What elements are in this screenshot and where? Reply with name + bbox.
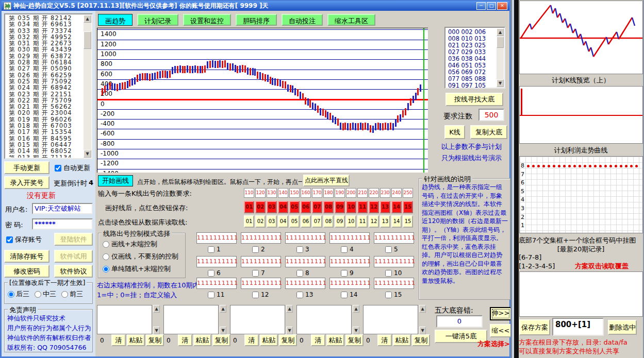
scroll-down-icon[interactable]: ▼ xyxy=(220,327,226,334)
terminal-control-input-3[interactable]: 1111111111 xyxy=(285,232,325,244)
tab-4[interactable]: 胆码排序 xyxy=(236,14,277,26)
terminal-control-input-12[interactable]: 1111111111 xyxy=(241,278,281,289)
plan-listbox[interactable] xyxy=(519,271,643,317)
save-line-button-11[interactable]: 11 xyxy=(357,201,368,213)
terminal-control-input-2[interactable]: 1111111111 xyxy=(241,232,281,244)
mode-radio-1[interactable] xyxy=(103,241,109,248)
result-textarea-4[interactable] xyxy=(296,305,352,334)
terminal-checkbox-15[interactable] xyxy=(385,292,392,298)
position-option-2[interactable]: 中三 xyxy=(35,289,56,299)
draw-list-scrollbar[interactable]: ▲ ▼ xyxy=(84,15,91,158)
tab-6[interactable]: 缩水工具区 xyxy=(327,14,375,26)
number-group-list[interactable]: 000 002 006008 010 013021 023 025027 029… xyxy=(444,27,505,89)
load-line-button-13[interactable]: 13 xyxy=(380,215,390,228)
mode-option-2[interactable]: 仅画线，不要别的控制 xyxy=(103,252,178,261)
scroll-down-icon[interactable]: ▼ xyxy=(419,327,426,334)
textarea-scrollbar-4[interactable]: ▲▼ xyxy=(353,305,359,334)
list-item[interactable]: 第 014 期 开 68052 xyxy=(6,148,83,154)
save-account-checkbox[interactable] xyxy=(6,236,13,243)
copy-button-4[interactable]: 复制 xyxy=(345,334,364,346)
plan-select-link[interactable]: 方案选择>> xyxy=(477,339,516,349)
result-textarea-3[interactable] xyxy=(230,305,285,334)
minimize-button[interactable]: ─ xyxy=(476,2,486,10)
stake-input-7[interactable]: 170 xyxy=(312,188,322,198)
scroll-up-icon[interactable]: ▲ xyxy=(84,15,91,23)
terminal-control-input-9[interactable]: 1111111111 xyxy=(329,256,370,267)
copy-button-2[interactable]: 复制 xyxy=(212,334,230,346)
terminal-checkbox-14[interactable] xyxy=(341,292,348,298)
scroll-down-icon[interactable]: ▼ xyxy=(353,327,359,334)
mode-option-3[interactable]: 单纯随机+末端控制 xyxy=(103,264,171,274)
load-line-button-1[interactable]: 01 xyxy=(244,215,254,228)
terminal-checkbox-5[interactable] xyxy=(385,246,392,253)
stake-input-5[interactable]: 150 xyxy=(289,188,300,198)
save-line-button-14[interactable]: 14 xyxy=(391,201,402,213)
clear-button-3[interactable]: 清 xyxy=(244,334,259,346)
stake-input-2[interactable]: 120 xyxy=(255,188,266,198)
load-line-button-6[interactable]: 06 xyxy=(301,215,311,228)
terminal-control-input-11[interactable]: 1111111111 xyxy=(196,278,237,289)
stake-input-12[interactable]: 220 xyxy=(369,188,379,198)
stake-input-10[interactable]: 200 xyxy=(346,188,356,198)
load-line-button-15[interactable]: 15 xyxy=(403,215,413,228)
stake-input-8[interactable]: 180 xyxy=(323,188,334,198)
save-line-button-4[interactable]: 04 xyxy=(278,201,288,213)
trend-chart[interactable]: 1400120010008006004002000-200-400-600-80… xyxy=(97,28,428,173)
save-plan-button[interactable]: 保存方案 xyxy=(519,319,550,335)
copy-button-5[interactable]: 复制 xyxy=(412,334,430,346)
terminal-checkbox-10[interactable] xyxy=(385,270,392,277)
enter-draw-number-button[interactable]: 录入开奖号 xyxy=(4,176,49,189)
load-line-button-11[interactable]: 11 xyxy=(357,215,368,228)
plan-name-input[interactable]: 800+[1] xyxy=(552,318,604,336)
terminal-checkbox-13[interactable] xyxy=(296,292,303,298)
scroll-down-icon[interactable]: ▼ xyxy=(286,327,293,334)
change-password-button[interactable]: 修改密码 xyxy=(4,265,49,278)
terminal-control-input-1[interactable]: 1111111111 xyxy=(196,232,237,244)
textarea-scrollbar-2[interactable]: ▲▼ xyxy=(220,305,226,334)
terminal-checkbox-6[interactable] xyxy=(208,270,214,277)
scroll-up-icon[interactable]: ▲ xyxy=(153,305,160,313)
list-item[interactable]: 第 013 期 开 71134 xyxy=(6,155,83,158)
save-line-button-12[interactable]: 12 xyxy=(369,201,379,213)
result-textarea-1[interactable] xyxy=(97,305,152,334)
mode-option-1[interactable]: 画线+末端控制 xyxy=(103,240,157,249)
trial-button[interactable]: 软件试用 xyxy=(54,250,93,263)
stake-input-1[interactable]: 110 xyxy=(244,188,254,198)
clear-button-4[interactable]: 清 xyxy=(311,334,325,346)
terminal-control-input-8[interactable]: 1111111111 xyxy=(285,256,325,267)
terminal-checkbox-1[interactable] xyxy=(208,246,214,253)
terminal-checkbox-9[interactable] xyxy=(341,270,348,277)
save-line-button-15[interactable]: 15 xyxy=(403,201,413,213)
load-line-button-5[interactable]: 05 xyxy=(289,215,300,228)
result-textarea-2[interactable] xyxy=(163,305,219,334)
terminal-control-input-5[interactable]: 1111111111 xyxy=(374,232,414,244)
paste-button-1[interactable]: 粘贴 xyxy=(127,334,145,346)
save-line-button-8[interactable]: 08 xyxy=(323,201,334,213)
terminal-checkbox-2[interactable] xyxy=(252,246,259,253)
save-line-button-6[interactable]: 06 xyxy=(301,201,311,213)
save-line-button-13[interactable]: 13 xyxy=(380,201,390,213)
list-item[interactable]: 第 034 期 开 69613 xyxy=(6,21,83,27)
save-line-button-9[interactable]: 09 xyxy=(335,201,345,213)
close-button[interactable]: ✕ xyxy=(497,2,507,10)
list-item[interactable]: 第 023 期 开 22151 xyxy=(6,91,83,97)
clear-button-5[interactable]: 清 xyxy=(377,334,392,346)
password-field[interactable]: ****** xyxy=(32,218,93,230)
save-line-button-3[interactable]: 03 xyxy=(267,201,277,213)
scroll-down-icon[interactable]: ▼ xyxy=(497,79,504,87)
auto-update-checkbox[interactable] xyxy=(55,165,61,172)
scroll-up-icon[interactable]: ▲ xyxy=(419,305,426,313)
terminal-control-input-7[interactable]: 1111111111 xyxy=(241,256,281,267)
stake-input-15[interactable]: 250 xyxy=(403,188,413,198)
tab-3[interactable]: 设置和监控 xyxy=(183,14,231,26)
clear-account-button[interactable]: 清除存账号 xyxy=(4,250,49,263)
list-item[interactable]: 第 027 期 开 05090 xyxy=(6,65,83,72)
load-line-button-7[interactable]: 07 xyxy=(312,215,322,228)
save-line-button-1[interactable]: 01 xyxy=(244,201,254,213)
load-line-button-14[interactable]: 14 xyxy=(391,215,402,228)
stake-input-6[interactable]: 160 xyxy=(301,188,311,198)
agreement-button[interactable]: 软件协议 xyxy=(54,265,93,278)
stake-input-13[interactable]: 230 xyxy=(380,188,390,198)
load-line-button-9[interactable]: 09 xyxy=(335,215,345,228)
position-radio-1[interactable] xyxy=(8,291,14,298)
